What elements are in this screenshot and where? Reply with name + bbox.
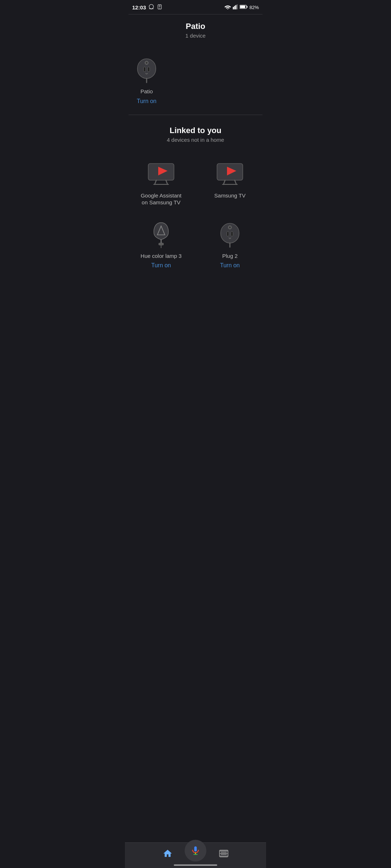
patio-turn-on-button[interactable]: Turn on [137, 97, 157, 105]
tv-icon-2 [215, 161, 244, 187]
svg-rect-10 [240, 5, 245, 8]
patio-device-name: Patio [140, 88, 153, 95]
svg-point-13 [146, 62, 148, 64]
status-time: 12:03 [132, 4, 146, 10]
linked-subtitle: 4 devices not in a home [132, 137, 259, 143]
svg-point-1 [159, 8, 160, 8]
hue-lamp-icon-wrap [147, 220, 176, 249]
svg-line-23 [223, 180, 225, 184]
plug2-name: Plug 2 [222, 252, 238, 260]
samsung-tv-icon-wrap [215, 159, 244, 188]
hue-lamp-turn-on-button[interactable]: Turn on [151, 261, 171, 269]
hue-lamp-card: Hue color lamp 3 Turn on [129, 214, 194, 276]
svg-rect-9 [247, 6, 247, 8]
svg-line-24 [235, 180, 236, 184]
tv-icon-1 [147, 161, 176, 187]
status-right: 82% [224, 4, 259, 11]
plug-icon [134, 55, 159, 84]
svg-line-18 [155, 180, 156, 184]
svg-rect-14 [144, 67, 146, 72]
patio-device-grid: Patio Turn on [125, 50, 266, 111]
svg-rect-6 [235, 5, 236, 9]
tv-device-grid: Google Assistanton Samsung TV Samsung TV [125, 154, 266, 214]
signal-icon [233, 4, 238, 11]
patio-plug-icon-wrap [132, 55, 161, 84]
samsung-tv-card: Samsung TV [197, 154, 262, 214]
lamp-icon [148, 220, 174, 249]
battery-text: 82% [249, 5, 259, 10]
notification-icon-2 [157, 4, 163, 11]
status-bar: 12:03 [125, 0, 266, 14]
plug2-icon [217, 220, 243, 249]
plug2-card: Plug 2 Turn on [197, 214, 262, 276]
linked-section: Linked to you 4 devices not in a home [125, 119, 266, 154]
google-assistant-tv-name: Google Assistanton Samsung TV [141, 192, 182, 206]
svg-rect-4 [233, 7, 234, 9]
patio-device-card: Patio Turn on [129, 50, 165, 111]
linked-title: Linked to you [132, 126, 259, 135]
svg-rect-34 [227, 231, 229, 236]
plug2-turn-on-button[interactable]: Turn on [220, 261, 240, 269]
svg-point-33 [229, 226, 231, 228]
plug2-icon-wrap [215, 220, 244, 249]
patio-section: Patio 1 device [125, 14, 266, 50]
svg-rect-5 [234, 6, 235, 9]
svg-line-19 [166, 180, 167, 184]
svg-rect-15 [148, 67, 150, 72]
google-assistant-tv-card: Google Assistanton Samsung TV [129, 154, 194, 214]
section-divider [129, 115, 262, 115]
wifi-icon [224, 4, 231, 10]
svg-rect-35 [231, 231, 233, 236]
status-left: 12:03 [132, 4, 163, 11]
patio-title: Patio [132, 22, 259, 31]
battery-icon [240, 4, 248, 10]
lamp-plug-grid: Hue color lamp 3 Turn on Plug 2 Turn on [125, 214, 266, 276]
notification-icon-1 [148, 4, 155, 11]
patio-subtitle: 1 device [132, 33, 259, 39]
google-assistant-tv-icon-wrap [147, 159, 176, 188]
svg-rect-7 [236, 4, 237, 9]
hue-lamp-name: Hue color lamp 3 [140, 252, 181, 260]
samsung-tv-name: Samsung TV [214, 192, 245, 199]
